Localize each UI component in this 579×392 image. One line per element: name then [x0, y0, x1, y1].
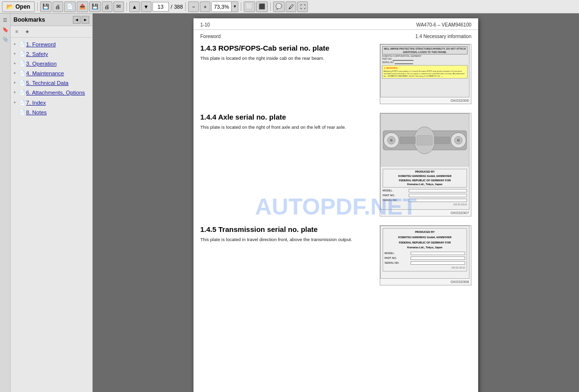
separator-4: [241, 2, 241, 11]
bookmarks-list-icon[interactable]: ≡: [13, 27, 21, 36]
trans-model-row: MODEL.: [385, 251, 465, 256]
tree-toggle-notes: [13, 108, 19, 109]
section-header-bar: Foreword 1.4 Necessary information: [193, 33, 478, 40]
tree-label-maintenance: 4. Maintenance: [26, 69, 64, 77]
section-143: 1.4.3 ROPS/FOPS-Cab serial no. plate Thi…: [193, 44, 478, 104]
scan-button[interactable]: 📄: [64, 1, 76, 12]
bookmarks-toolbar: ≡ ★: [11, 26, 92, 38]
tree-toggle-index[interactable]: ＋: [13, 99, 19, 106]
separator-2: [126, 2, 127, 11]
pdf-container[interactable]: AUTOPDF.NET 1-10 WA470-6 – VEAM946100 Fo…: [93, 14, 579, 392]
open-button[interactable]: 📂 Open: [2, 1, 35, 12]
email-button[interactable]: ✉: [113, 1, 124, 12]
tree-item-notes[interactable]: 📄 8. Notes: [11, 108, 92, 117]
tree-item-operation[interactable]: ＋ 📄 3. Operation: [11, 59, 92, 68]
separator-5: [270, 2, 271, 11]
prev-page-button[interactable]: ▲: [129, 1, 140, 12]
section-145-image: PRODUCED BY KOMATSU HANOMAG GmbH, HANNOV…: [380, 225, 471, 285]
bookmarks-add-icon[interactable]: ★: [23, 27, 31, 36]
tree-toggle-technical[interactable]: ＋: [13, 79, 19, 86]
section-145-row: 1.4.5 Transmission serial no. plate This…: [200, 225, 471, 285]
trans-caption: GK032008: [380, 279, 471, 285]
fit-width-button[interactable]: ⬛: [256, 1, 268, 12]
trans-ref: 615-52-10110: [385, 266, 465, 270]
zoom-out-button[interactable]: −: [188, 1, 199, 12]
section-145-text: 1.4.5 Transmission serial no. plate This…: [200, 225, 374, 248]
upload-button[interactable]: 📤: [77, 1, 88, 12]
axle-produced-by: PRODUCED BY: [384, 170, 466, 174]
tree-item-foreword[interactable]: ＋ 📄 1. Foreword: [11, 40, 92, 49]
axle-client: Komatsu Ltd., Tokyo, Japan: [384, 182, 466, 187]
foreword-label: Foreword: [200, 34, 221, 39]
bookmarks-nav-next[interactable]: ►: [82, 16, 89, 24]
separator-3: [185, 2, 186, 11]
necessary-info-label: 1.4 Necessary information: [415, 34, 471, 39]
highlight-button[interactable]: 🖊: [286, 1, 296, 12]
tree-label-operation: 3. Operation: [26, 60, 56, 68]
tree-item-technical[interactable]: ＋ 📄 5. Technical Data: [11, 78, 92, 88]
tree-label-attachments: 6. Attachments, Options: [26, 89, 85, 96]
trans-plate: PRODUCED BY KOMATSU HANOMAG GmbH, HANNOV…: [380, 226, 469, 279]
tree-icon-attachments: 📄: [19, 89, 26, 96]
tree-item-index[interactable]: ＋ 📄 7. Index: [11, 98, 92, 108]
tree-toggle-maintenance[interactable]: ＋: [13, 69, 19, 76]
fit-page-button[interactable]: ⬜: [244, 1, 255, 12]
comment-button[interactable]: 💬: [273, 1, 285, 12]
hand-icon[interactable]: ☰: [1, 15, 10, 24]
tree-toggle-safety[interactable]: ＋: [13, 50, 19, 57]
section-144-text: 1.4.4 Axle serial no. plate This plate i…: [200, 113, 374, 135]
svg-rect-9: [417, 135, 432, 145]
tree-icon-index: 📄: [19, 99, 26, 106]
page-total: 388: [174, 4, 183, 10]
axle-company: KOMATSU HANOMAG GmbH, HANNOVER: [384, 174, 466, 178]
tree-item-maintenance[interactable]: ＋ 📄 4. Maintenance: [11, 68, 92, 78]
tree-item-safety[interactable]: ＋ 📄 2. Safety: [11, 49, 92, 59]
page-input[interactable]: 13: [152, 2, 169, 12]
axle-model-row: MODEL.: [383, 189, 467, 193]
toolbar: 📂 Open 💾 🖨 📄 📤 💾 🖨 ✉ ▲ ▼ 13 / 388 − + ▼ …: [0, 0, 579, 14]
pdf-page: AUTOPDF.NET 1-10 WA470-6 – VEAM946100 Fo…: [193, 18, 478, 392]
bookmarks-nav-prev[interactable]: ◄: [73, 16, 81, 24]
print2-button[interactable]: 🖨: [102, 1, 112, 12]
tree-toggle-operation[interactable]: ＋: [13, 60, 19, 67]
attach-icon[interactable]: 📎: [1, 35, 10, 43]
axle-partno-row: PART NO.: [383, 193, 467, 198]
zoom-dropdown-button[interactable]: ▼: [231, 2, 238, 12]
zoom-input[interactable]: [212, 2, 231, 12]
section-144-row: 1.4.4 Axle serial no. plate This plate i…: [200, 113, 471, 216]
save2-button[interactable]: 💾: [89, 1, 101, 12]
fullscreen-button[interactable]: ⛶: [297, 1, 308, 12]
bookmarks-nav: ◄ ►: [73, 16, 89, 24]
axle-drawing: [381, 114, 469, 167]
bookmarks-title: Bookmarks: [14, 16, 45, 23]
axle-country: FEDERAL REPUBLIC OF GERMANY FOR: [384, 178, 466, 183]
tree-icon-maintenance: 📄: [19, 69, 26, 77]
rops-caption: GK032006: [380, 97, 471, 104]
axle-serialno-row: SERIAL NO.: [383, 198, 467, 203]
section-143-title: 1.4.3 ROPS/FOPS-Cab serial no. plate: [200, 44, 374, 52]
tree-label-index: 7. Index: [26, 99, 46, 107]
axle-model-label: MODEL.: [383, 189, 407, 193]
trans-partno-value: [411, 257, 465, 260]
trans-serialno-label: SERIAL NO.: [385, 261, 409, 265]
tree-toggle-foreword[interactable]: ＋: [13, 41, 19, 47]
print-button[interactable]: 🖨: [53, 1, 63, 12]
tree-toggle-attachments[interactable]: ＋: [13, 89, 19, 95]
section-143-body: This plate is located on the right insid…: [200, 55, 374, 62]
tree-label-technical: 5. Technical Data: [26, 79, 69, 87]
tree-icon-safety: 📄: [19, 50, 26, 57]
save-button[interactable]: 💾: [40, 1, 52, 12]
zoom-control[interactable]: ▼: [211, 1, 238, 12]
axle-serialno-label: SERIAL NO.: [383, 198, 407, 203]
next-page-button[interactable]: ▼: [141, 1, 152, 12]
section-145: 1.4.5 Transmission serial no. plate This…: [193, 225, 478, 285]
zoom-in-button[interactable]: +: [200, 1, 210, 12]
trans-client: Komatsu Ltd., Tokyo, Japan: [385, 245, 465, 250]
tree-icon-technical: 📄: [19, 79, 26, 86]
tree-item-attachments[interactable]: ＋ 📄 6. Attachments, Options: [11, 88, 92, 97]
svg-point-7: [457, 139, 460, 142]
bookmark-sidebar-icon[interactable]: 🔖: [1, 25, 10, 34]
section-145-title: 1.4.5 Transmission serial no. plate: [200, 225, 374, 233]
section-144-body: This plate is located on the right of fr…: [200, 124, 374, 131]
tree-label-safety: 2. Safety: [26, 50, 48, 58]
